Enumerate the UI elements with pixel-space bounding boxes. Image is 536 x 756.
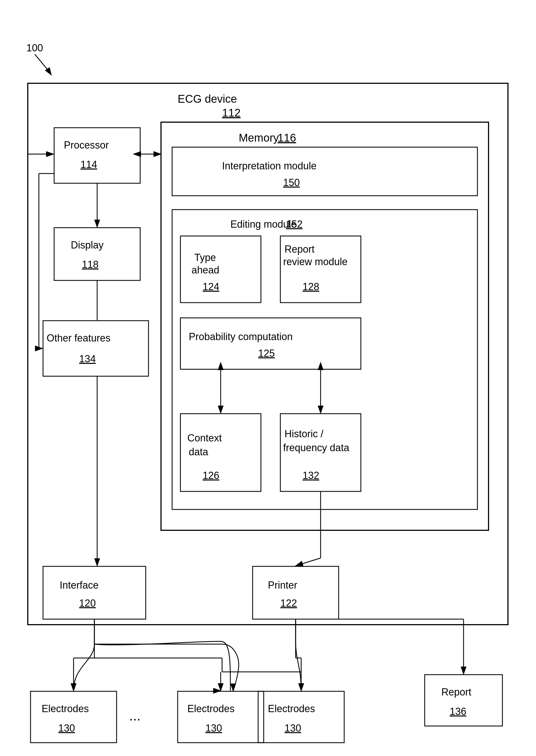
type-ahead-number: 124 [203,281,219,292]
diagram-container: 100 ECG device 112 Processor 114 Display… [0,0,536,756]
electrodes3-box [258,691,344,743]
processor-label: Processor [64,139,109,151]
historic-data-label: Historic / [285,428,323,439]
processor-box [54,128,140,183]
historic-data-label2: frequency data [283,442,350,453]
memory-box [161,122,488,530]
memory-number: 116 [278,132,296,144]
processor-number: 114 [81,159,97,170]
interpretation-number: 150 [283,177,300,188]
electrodes1-label: Electrodes [42,703,89,714]
interface-box [43,567,146,619]
electrodes3-label: Electrodes [268,703,315,714]
other-features-box [43,321,149,376]
electrodes2-number: 130 [205,722,222,734]
interpretation-label: Interpretation module [222,160,317,172]
report-number: 136 [450,706,466,717]
report-label: Report [441,686,471,698]
label-100: 100 [26,42,43,53]
electrodes1-number: 130 [58,722,75,734]
display-number: 118 [82,259,99,270]
printer-number: 122 [280,598,297,609]
ecg-device-number: 112 [222,107,241,119]
report-review-number: 128 [303,281,319,292]
ecg-device-label: ECG device [178,93,237,105]
other-features-number: 134 [79,353,96,364]
report-review-label: Report [285,244,315,255]
svg-line-7 [35,54,49,71]
editing-number: 152 [286,219,303,230]
display-box [54,228,140,280]
type-ahead-label: Type [194,252,216,263]
context-data-number: 126 [203,470,219,481]
report-box [425,675,502,726]
report-review-label2: review module [283,256,348,267]
probability-box [181,318,361,369]
context-data-label: Context [187,432,222,444]
printer-label: Printer [268,579,297,591]
memory-label: Memory [239,132,279,144]
interpretation-box [172,147,478,196]
dots-label: ... [129,708,141,724]
svg-line-20 [296,558,320,566]
printer-box [252,567,339,619]
probability-label: Probability computation [189,331,292,342]
interface-label: Interface [60,579,99,591]
electrodes2-label: Electrodes [187,703,235,714]
context-data-label2: data [189,446,209,458]
display-label: Display [71,239,104,251]
type-ahead-label2: ahead [191,264,219,276]
historic-data-number: 132 [303,470,319,481]
interface-number: 120 [79,598,96,609]
electrodes1-box [31,691,117,743]
editing-box [172,210,478,509]
electrodes3-number: 130 [285,722,301,734]
svg-line-8 [49,71,51,75]
other-features-label: Other features [47,332,111,344]
probability-number: 125 [258,348,275,359]
electrodes2-box [178,691,264,743]
